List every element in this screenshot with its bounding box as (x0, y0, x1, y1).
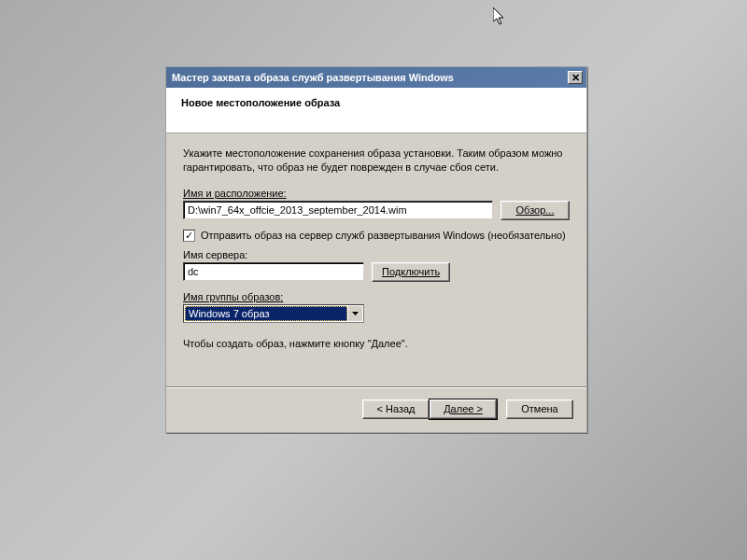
wizard-footer: < Назад Далее > Отмена (166, 388, 586, 432)
path-input[interactable] (183, 201, 493, 219)
group-label: Имя группы образов: (183, 291, 570, 302)
image-group-dropdown[interactable]: Windows 7 образ (183, 304, 364, 323)
wizard-header: Новое местоположение образа (166, 88, 586, 133)
back-button[interactable]: < Назад (362, 399, 430, 419)
close-icon: ✕ (571, 73, 580, 83)
server-label: Имя сервера: (183, 249, 570, 260)
check-icon: ✓ (185, 231, 193, 241)
browse-button[interactable]: Обзор... (500, 201, 570, 220)
wizard-content: Укажите местоположение сохранения образа… (166, 133, 586, 386)
server-input[interactable] (183, 262, 364, 281)
cancel-button[interactable]: Отмена (506, 399, 573, 419)
next-button[interactable]: Далее > (430, 399, 497, 419)
upload-checkbox-label: Отправить образ на сервер служб разверты… (201, 230, 566, 241)
instruction-text: Чтобы создать образ, нажмите кнопку "Дал… (183, 338, 570, 349)
cursor-icon (493, 7, 506, 28)
wizard-dialog: Мастер захвата образа служб развертывани… (165, 66, 587, 433)
description-text: Укажите местоположение сохранения образа… (183, 147, 570, 175)
page-title: Новое местоположение образа (181, 97, 571, 108)
chevron-down-icon[interactable] (347, 306, 362, 321)
upload-checkbox[interactable]: ✓ (183, 230, 195, 242)
path-label: Имя и расположение: (183, 188, 570, 199)
close-button[interactable]: ✕ (568, 71, 583, 84)
titlebar: Мастер захвата образа служб развертывани… (166, 67, 586, 88)
connect-button[interactable]: Подключить (372, 262, 450, 282)
dropdown-selected: Windows 7 образ (185, 306, 347, 321)
window-title: Мастер захвата образа служб развертывани… (172, 72, 454, 83)
